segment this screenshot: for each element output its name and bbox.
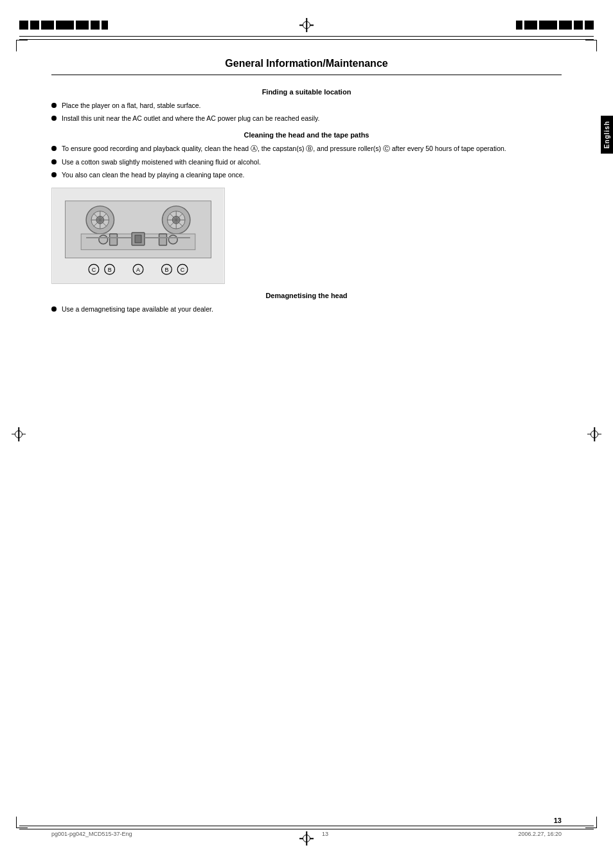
left-crosshair xyxy=(12,427,26,441)
section-heading-demagnetising: Demagnetising the head xyxy=(51,292,562,299)
cleaning-head-list: To ensure good recording and playback qu… xyxy=(51,144,562,180)
list-item-text: Use a cotton swab slightly moistened wit… xyxy=(62,157,261,167)
corner-mark-top-left xyxy=(16,40,28,51)
diagram-svg: C B A B C xyxy=(52,188,224,283)
footer-left: pg001-pg042_MCD515-37-Eng xyxy=(51,831,132,837)
list-item-text: Use a demagnetising tape available at yo… xyxy=(62,305,213,314)
top-rule-lines xyxy=(19,36,594,42)
list-item: Use a cotton swab slightly moistened wit… xyxy=(51,157,562,167)
language-tab: English xyxy=(601,116,613,154)
svg-text:A: A xyxy=(136,267,140,273)
bullet-icon xyxy=(51,116,57,121)
svg-text:B: B xyxy=(164,267,168,273)
section-demagnetising: Demagnetising the head Use a demagnetisi… xyxy=(51,292,562,314)
section-heading-cleaning-head: Cleaning the head and the tape paths xyxy=(51,131,562,139)
list-item: You also can clean the head by playing a… xyxy=(51,170,562,180)
list-item-text: To ensure good recording and playback qu… xyxy=(62,144,506,154)
list-item-text: Place the player on a flat, hard, stable… xyxy=(62,101,201,111)
section-heading-finding-location: Finding a suitable location xyxy=(51,88,562,96)
right-crosshair xyxy=(587,427,601,441)
svg-rect-19 xyxy=(110,234,118,245)
svg-rect-20 xyxy=(159,234,167,245)
page-title: General Information/Maintenance xyxy=(51,58,562,75)
section-cleaning-head: Cleaning the head and the tape paths To … xyxy=(51,131,562,284)
svg-text:C: C xyxy=(181,267,185,273)
list-item-text: You also can clean the head by playing a… xyxy=(62,170,245,180)
page: English General Information/Maintenance … xyxy=(0,0,613,868)
svg-point-21 xyxy=(99,235,108,244)
finding-location-list: Place the player on a flat, hard, stable… xyxy=(51,101,562,123)
main-content: General Information/Maintenance Finding … xyxy=(51,58,562,810)
bullet-icon xyxy=(51,306,57,312)
list-item-text: Install this unit near the AC outlet and… xyxy=(62,114,319,123)
list-item: Install this unit near the AC outlet and… xyxy=(51,114,562,123)
section-finding-location: Finding a suitable location Place the pl… xyxy=(51,88,562,123)
svg-text:B: B xyxy=(108,267,112,273)
svg-point-22 xyxy=(168,235,177,244)
list-item: Place the player on a flat, hard, stable… xyxy=(51,101,562,111)
demagnetising-list: Use a demagnetising tape available at yo… xyxy=(51,305,562,314)
page-number: 13 xyxy=(554,817,562,824)
svg-text:C: C xyxy=(92,267,96,273)
footer-center: 13 xyxy=(322,831,328,837)
bottom-crosshair xyxy=(299,831,314,846)
bullet-icon xyxy=(51,103,57,108)
corner-mark-top-right xyxy=(585,40,597,51)
footer-right: 2006.2.27, 16:20 xyxy=(518,831,562,837)
list-item: Use a demagnetising tape available at yo… xyxy=(51,305,562,314)
bullet-icon xyxy=(51,172,57,177)
bullet-icon xyxy=(51,146,57,151)
bullet-icon xyxy=(51,159,57,164)
tape-path-diagram: C B A B C xyxy=(51,188,225,284)
list-item: To ensure good recording and playback qu… xyxy=(51,144,562,154)
top-decorative-bar xyxy=(0,18,613,32)
svg-rect-18 xyxy=(135,235,141,243)
